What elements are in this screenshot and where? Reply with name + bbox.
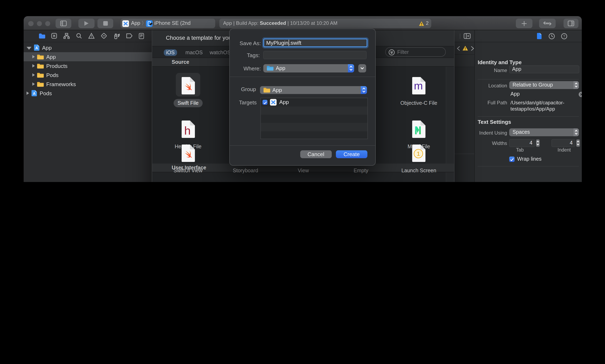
location-label: Location — [488, 83, 507, 88]
popup-stepper — [348, 64, 354, 72]
tab-stepper[interactable] — [536, 139, 540, 147]
run-button[interactable] — [78, 19, 94, 28]
report-navigator-icon[interactable] — [138, 33, 144, 39]
disclosure-icon[interactable] — [32, 73, 35, 77]
target-checkbox[interactable] — [262, 100, 267, 105]
location-file: App — [510, 91, 520, 97]
tree-row-app-project[interactable]: A App — [23, 43, 158, 52]
issue-navigator-icon[interactable] — [88, 33, 95, 39]
popup-stepper — [574, 81, 579, 89]
debug-navigator-icon[interactable] — [113, 33, 120, 39]
template-launch-screen[interactable]: 1 Launch Screen — [392, 144, 446, 162]
divider — [230, 145, 375, 145]
divider — [478, 79, 579, 79]
file-inspector-icon[interactable] — [536, 33, 542, 39]
target-row[interactable]: App — [261, 98, 367, 106]
group-popup[interactable]: App — [260, 86, 367, 94]
save-as-label: Save As: — [239, 40, 261, 46]
template-objc-file[interactable]: m Objective-C File — [392, 77, 446, 95]
tags-field[interactable] — [263, 51, 367, 59]
dialog-create-button[interactable]: Create — [336, 150, 367, 158]
svg-text:m: m — [414, 80, 423, 92]
save-as-field[interactable]: MyPlugin.swift — [263, 39, 367, 47]
toggle-navigator-button[interactable] — [55, 19, 71, 28]
dialog-cancel-button[interactable]: Cancel — [300, 150, 331, 158]
disclosure-icon[interactable] — [26, 91, 29, 95]
help-inspector-icon[interactable]: ? — [561, 33, 567, 39]
template-label: SwiftUI View — [174, 168, 203, 173]
disclosure-open-icon[interactable] — [26, 47, 31, 50]
disclosure-icon[interactable] — [32, 55, 35, 58]
stop-button[interactable] — [97, 19, 113, 28]
divider — [478, 166, 579, 167]
fullpath-value: /Users/dan/git/capacitor-testapp/ios/App… — [510, 100, 564, 112]
traffic-minimize-button[interactable] — [37, 21, 42, 26]
navigator-panel: A App App Products Pods Framewor — [23, 30, 158, 182]
clear-icon[interactable] — [578, 91, 582, 97]
warning-icon[interactable] — [419, 21, 424, 26]
tab-macos[interactable]: macOS — [182, 49, 206, 56]
project-navigator-icon[interactable] — [38, 33, 45, 39]
scheme-selector[interactable]: App 〉 iPhone SE (2nd generation) — [121, 19, 215, 28]
location-popup[interactable]: Relative to Group — [509, 81, 579, 89]
test-navigator-icon[interactable] — [101, 33, 107, 39]
tree-row-frameworks[interactable]: Frameworks — [23, 79, 158, 89]
popup-stepper — [574, 128, 579, 136]
disclosure-icon[interactable] — [32, 64, 35, 67]
tree-row-products[interactable]: Products — [23, 61, 158, 70]
template-swiftui-view[interactable]: SwiftUI View — [161, 144, 215, 162]
template-header-file[interactable]: h Header File — [161, 120, 215, 138]
tags-label: Tags: — [247, 52, 260, 58]
traffic-zoom-button[interactable] — [45, 21, 50, 26]
back-icon[interactable] — [456, 46, 460, 51]
sheet-filter-field[interactable]: Filter — [385, 47, 446, 57]
template-label: Storyboard — [233, 168, 258, 173]
code-review-button[interactable] — [539, 19, 556, 28]
toggle-inspector-button[interactable] — [563, 19, 578, 28]
where-popup[interactable]: App — [263, 64, 354, 72]
name-field[interactable]: App — [509, 65, 579, 73]
warning-count[interactable]: 2 — [426, 19, 428, 28]
history-inspector-icon[interactable] — [548, 33, 555, 39]
svg-text:h: h — [184, 124, 190, 137]
disclosure-icon[interactable] — [32, 82, 35, 86]
tree-row-pods-folder[interactable]: Pods — [23, 70, 158, 79]
traffic-close-button[interactable] — [28, 21, 33, 26]
window-toolbar: App 〉 iPhone SE (2nd generation) App | B… — [23, 16, 582, 30]
table-row-empty — [261, 115, 367, 123]
filter-icon — [388, 49, 395, 55]
forward-icon[interactable] — [471, 46, 474, 51]
breakpoint-navigator-icon[interactable] — [126, 33, 133, 39]
indent-stepper[interactable] — [576, 139, 580, 147]
source-control-navigator-icon[interactable] — [51, 33, 57, 39]
identity-header: Identity and Type — [478, 59, 522, 65]
tree-row-pods-project[interactable]: A Pods — [23, 89, 158, 98]
folder-icon — [37, 63, 44, 68]
tree-row-app-folder[interactable]: App — [23, 52, 158, 61]
indent-popup[interactable]: Spaces — [509, 128, 579, 136]
warning-icon[interactable] — [462, 46, 468, 51]
fullpath-label: Full Path — [487, 100, 507, 105]
divider — [460, 34, 460, 39]
symbol-navigator-icon[interactable] — [63, 33, 70, 39]
template-metal-file[interactable]: Metal File — [392, 120, 446, 138]
text-settings-header: Text Settings — [478, 119, 511, 125]
add-editor-icon[interactable] — [464, 33, 471, 39]
indent-width-field[interactable]: 4 — [551, 139, 575, 147]
add-library-button[interactable] — [516, 19, 532, 28]
find-navigator-icon[interactable] — [76, 33, 82, 39]
wrap-lines-checkbox[interactable] — [509, 156, 515, 162]
tab-ios[interactable]: iOS — [164, 49, 177, 56]
sheet-title: Choose a template for your — [166, 35, 234, 41]
wrap-lines-label: Wrap lines — [517, 156, 542, 162]
navigator-tab-bar — [23, 30, 157, 42]
svg-text:A: A — [33, 91, 35, 96]
inspector-tab-bar: ? — [475, 30, 582, 42]
template-swift-file[interactable]: Swift File — [161, 77, 215, 95]
divider — [230, 77, 375, 77]
expand-button[interactable] — [358, 64, 366, 72]
tab-sublabel: Tab — [516, 147, 524, 152]
table-row-empty — [261, 106, 367, 115]
table-row-empty — [261, 131, 367, 139]
tab-width-field[interactable]: 4 — [509, 139, 535, 147]
